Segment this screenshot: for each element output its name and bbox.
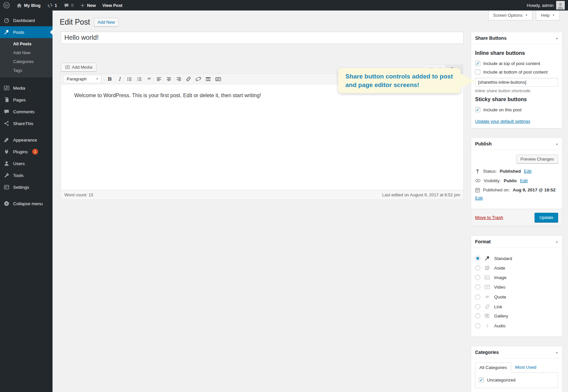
radio-gallery[interactable] [475, 313, 480, 318]
updates-link[interactable]: 1 [44, 0, 60, 11]
plugins-update-badge: 1 [32, 149, 38, 155]
sidebar-item-settings[interactable]: Settings [0, 181, 53, 193]
categories-panel-header[interactable]: Categories ▲ [471, 346, 562, 359]
update-default-settings-link[interactable]: Update your default settings [475, 119, 530, 124]
add-new-post-button[interactable]: Add New [94, 18, 119, 27]
checkbox-uncategorized[interactable]: ✓ [479, 377, 484, 382]
plugin-icon [3, 149, 10, 155]
word-count-value: 15 [88, 192, 93, 197]
sidebar-item-label: Settings [13, 185, 29, 190]
align-right-button[interactable] [174, 75, 183, 83]
sharethis-callout-bubble: Share button controls added to post and … [338, 68, 461, 93]
submenu-item-all-posts[interactable]: All Posts [0, 39, 53, 48]
include-top-option: ✓ Include at top of post content [475, 61, 558, 66]
sidebar-item-pages[interactable]: Pages [0, 94, 53, 106]
updates-icon [47, 3, 53, 8]
move-to-trash-link[interactable]: Move to Trash [475, 215, 503, 220]
edit-visibility-link[interactable]: Edit [520, 178, 528, 183]
publish-panel-header[interactable]: Publish ▲ [471, 138, 562, 150]
sidebar-item-appearance[interactable]: Appearance [0, 134, 53, 146]
add-media-button[interactable]: Add Media [61, 63, 97, 72]
add-media-label: Add Media [72, 65, 92, 70]
radio-standard[interactable] [475, 256, 480, 261]
sidebar-item-sharethis[interactable]: ShareThis [0, 118, 53, 129]
comments-link[interactable]: 0 [60, 0, 77, 11]
radio-video[interactable] [475, 284, 480, 290]
checkbox-include-bottom[interactable] [475, 69, 480, 75]
sidebar-item-plugins[interactable]: Plugins 1 [0, 146, 53, 158]
site-name: My Blog [24, 3, 41, 8]
sidebar-item-comments[interactable]: Comments [0, 106, 53, 118]
blockquote-button[interactable]: “ [145, 75, 153, 83]
collapse-icon [3, 201, 10, 207]
help-button[interactable]: Help ▼ [536, 11, 560, 20]
admin-menu: Dashboard Posts All Posts Add New Catego… [0, 11, 53, 392]
new-content-link[interactable]: New [77, 0, 99, 11]
sidebar-item-label: Posts [13, 30, 24, 35]
bold-button[interactable]: B [105, 75, 114, 83]
word-count: Word count: 15 [64, 192, 93, 197]
editor-content-area[interactable]: Welcome to WordPress. This is your first… [61, 84, 464, 190]
tab-all-categories[interactable]: All Categories [475, 362, 511, 373]
radio-audio[interactable] [475, 323, 480, 328]
align-left-button[interactable] [155, 75, 163, 83]
radio-link[interactable] [475, 304, 480, 309]
tab-most-used[interactable]: Most Used [511, 362, 540, 373]
preview-changes-button[interactable]: Preview Changes [516, 155, 558, 163]
posts-submenu: All Posts Add New Categories Tags [0, 38, 53, 77]
collapse-panel-icon: ▲ [556, 142, 558, 145]
remove-link-button[interactable] [194, 75, 203, 83]
radio-aside[interactable] [475, 265, 480, 271]
radio-image[interactable] [475, 275, 480, 280]
format-option-aside: Aside [475, 265, 558, 271]
checkbox-include-top[interactable]: ✓ [475, 61, 480, 66]
share-buttons-panel-header[interactable]: Share Buttons ▲ [471, 32, 562, 44]
numbered-list-button[interactable] [135, 75, 143, 83]
share-buttons-panel: Share Buttons ▲ Inline share buttons ✓ I… [471, 32, 562, 128]
radio-quote[interactable] [475, 294, 480, 300]
toolbar-toggle-button[interactable] [214, 75, 222, 83]
screen-options-button[interactable]: Screen Options ▼ [488, 11, 533, 20]
published-value: Aug 9, 2017 @ 18:52 [513, 187, 556, 192]
update-button[interactable]: Update [535, 213, 558, 222]
published-label: Published on: [483, 187, 510, 192]
category-item-uncategorized: ✓ Uncategorized [479, 377, 555, 382]
dashboard-icon [3, 17, 10, 23]
wordpress-logo-menu[interactable]: W [0, 0, 13, 11]
paragraph-format-select[interactable]: Paragraph ▼ [64, 75, 101, 83]
bullet-list-button[interactable] [125, 75, 134, 83]
pushpin-icon [484, 255, 491, 261]
checkbox-include-on-post[interactable]: ✓ [475, 107, 480, 112]
edit-status-link[interactable]: Edit [524, 169, 532, 174]
shortcode-input[interactable] [475, 78, 558, 87]
callout-text: Share button controls added to post and … [345, 72, 453, 89]
format-option-image: Image [475, 274, 558, 280]
insert-link-button[interactable] [184, 75, 193, 83]
align-center-button[interactable] [164, 75, 173, 83]
read-more-tag-button[interactable] [204, 75, 212, 83]
aside-icon [484, 265, 491, 271]
submenu-item-tags[interactable]: Tags [0, 66, 53, 75]
comments-icon [3, 109, 10, 115]
howdy-account-link[interactable]: Howdy, admin [527, 3, 554, 8]
sidebar-item-media[interactable]: Media [0, 82, 53, 94]
submenu-item-categories[interactable]: Categories [0, 57, 53, 66]
view-post-link[interactable]: View Post [99, 0, 126, 11]
edit-published-link[interactable]: Edit [475, 196, 558, 201]
chevron-down-icon: ▼ [96, 77, 98, 80]
submenu-item-add-new[interactable]: Add New [0, 48, 53, 57]
include-on-post-option: ✓ Include on this post [475, 107, 558, 112]
home-icon [16, 3, 22, 8]
site-name-link[interactable]: My Blog [13, 0, 44, 11]
sidebar-item-users[interactable]: Users [0, 158, 53, 169]
sidebar-item-dashboard[interactable]: Dashboard [0, 14, 53, 26]
italic-button[interactable]: I [115, 75, 124, 83]
sidebar-item-tools[interactable]: Tools [0, 169, 53, 181]
sidebar-item-posts[interactable]: Posts [0, 26, 53, 38]
format-label: Image [494, 275, 507, 280]
collapse-menu-button[interactable]: Collapse menu [0, 198, 53, 209]
avatar[interactable] [556, 1, 565, 10]
post-title-input[interactable] [61, 32, 464, 44]
format-panel-header[interactable]: Format ▲ [471, 236, 562, 248]
media-icon [3, 85, 10, 91]
